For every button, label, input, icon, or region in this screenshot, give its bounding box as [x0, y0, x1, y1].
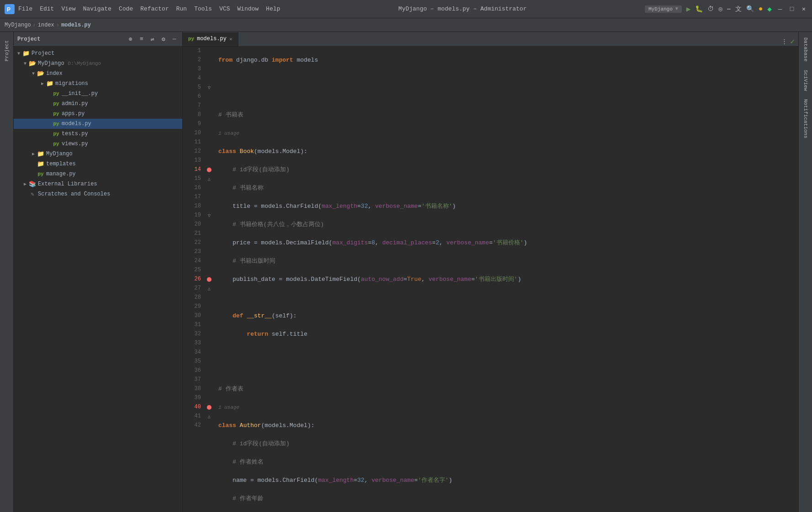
tree-external-libs[interactable]: ▶ 📚 External Libraries: [14, 179, 182, 189]
database-label[interactable]: Database: [801, 34, 810, 65]
run-config-selector[interactable]: MyDjango ▼: [645, 5, 682, 13]
main-layout: Project Project ⊕ ≡ ⇌ ⚙ — ▼ 📁 Project ▼: [0, 32, 812, 512]
scope-icon[interactable]: ⊕: [127, 35, 135, 43]
settings-icon[interactable]: ⚙: [159, 35, 168, 43]
coverage-button[interactable]: ◎: [718, 5, 722, 13]
ln-31: 31: [183, 321, 201, 330]
ln-30: 30: [183, 311, 201, 321]
maximize-button[interactable]: □: [788, 5, 796, 13]
fold-41[interactable]: △: [208, 414, 211, 419]
translate-icon[interactable]: 文: [735, 5, 742, 13]
ln-18: 18: [183, 202, 201, 211]
profile-button[interactable]: ⏱: [707, 5, 714, 13]
ln-33: 33: [183, 339, 201, 348]
tests-py-icon: py: [52, 131, 60, 137]
editor-area: py models.py ✕ ⋮ ✓ 1 2 3 4 5 6 7 8 9: [183, 32, 798, 512]
g26: [205, 275, 214, 284]
breakpoint-26[interactable]: [207, 277, 211, 282]
minimize-button[interactable]: —: [776, 5, 784, 13]
project-sidebar-tab: Project: [0, 32, 14, 512]
tree-views-py[interactable]: py views.py: [14, 139, 182, 149]
fold-15[interactable]: △: [208, 176, 211, 182]
project-toolbar: Project ⊕ ≡ ⇌ ⚙ —: [14, 32, 182, 47]
breadcrumb-models[interactable]: models.py: [61, 22, 91, 28]
tree-templates[interactable]: 📁 templates: [14, 159, 182, 169]
menu-window[interactable]: Window: [237, 5, 259, 12]
menu-vcs[interactable]: VCS: [219, 5, 230, 12]
tree-apps-py[interactable]: py apps.py: [14, 109, 182, 119]
ln-10: 10: [183, 129, 201, 138]
collapse-all-icon[interactable]: ≡: [137, 35, 146, 43]
tests-py-label: tests.py: [62, 131, 88, 137]
tree-project-root[interactable]: ▼ 📁 Project: [14, 48, 182, 58]
search-everywhere-icon[interactable]: 🔍: [746, 5, 754, 13]
tree-migrations[interactable]: ▶ 📁 migrations: [14, 79, 182, 89]
breadcrumb-mydjango[interactable]: MyDjango: [5, 22, 31, 28]
ln-5: 5: [183, 83, 201, 92]
breakpoint-14[interactable]: [207, 168, 211, 172]
g31: [205, 321, 214, 330]
fold-27[interactable]: △: [208, 286, 211, 291]
migrations-icon: 📁: [46, 80, 54, 87]
g9: [205, 120, 214, 129]
g27: △: [205, 284, 214, 293]
menu-refactor[interactable]: Refactor: [140, 5, 169, 12]
tree-tests-py[interactable]: py tests.py: [14, 129, 182, 139]
project-panel-title: Project: [17, 36, 40, 42]
tab-close-button[interactable]: ✕: [229, 36, 232, 42]
ln-4: 4: [183, 74, 201, 83]
code-line-12: publish_date = models.DateTimeField(auto…: [218, 275, 794, 284]
tree-init-py[interactable]: py __init__.py: [14, 89, 182, 99]
menu-edit[interactable]: Edit: [40, 5, 54, 12]
svg-text:P: P: [7, 6, 11, 13]
code-editor[interactable]: from django.db import models # 书籍表 1 usa…: [214, 47, 798, 512]
models-py-label: models.py: [62, 121, 91, 127]
more-run-options[interactable]: ⋯: [727, 5, 731, 13]
menu-code[interactable]: Code: [119, 5, 133, 12]
ln-14: 14: [183, 165, 201, 174]
g14: [205, 165, 214, 174]
project-toolbar-icons: ⊕ ≡ ⇌ ⚙ —: [127, 35, 179, 43]
sciview-label[interactable]: SciView: [801, 66, 810, 95]
fold-5[interactable]: ▽: [208, 85, 211, 90]
g22: [205, 238, 214, 248]
ln-6: 6: [183, 92, 201, 101]
tree-mydjango-root[interactable]: ▼ 📂 MyDjango D:\MyDjango: [14, 58, 182, 69]
avatar-icon[interactable]: ●: [759, 5, 763, 13]
tree-mydjango-sub[interactable]: ▶ 📁 MyDjango: [14, 149, 182, 159]
breakpoint-40[interactable]: [207, 405, 211, 410]
code-line-11: # 书籍出版时间: [218, 257, 794, 266]
tree-admin-py[interactable]: py admin.py: [14, 99, 182, 109]
menu-help[interactable]: Help: [266, 5, 280, 12]
line-numbers: 1 2 3 4 5 6 7 8 9 10 11 12 13 14 15 16 1…: [183, 47, 205, 512]
ln-29: 29: [183, 302, 201, 311]
project-panel: Project ⊕ ≡ ⇌ ⚙ — ▼ 📁 Project ▼ 📂 MyDjan…: [14, 32, 183, 512]
ln-42: 42: [183, 421, 201, 430]
status-icon[interactable]: ◆: [767, 5, 772, 14]
g16: [205, 184, 214, 193]
tab-models-py[interactable]: py models.py ✕: [183, 32, 238, 46]
debug-button[interactable]: 🐛: [695, 5, 703, 13]
g20: [205, 220, 214, 229]
run-button[interactable]: ▶: [686, 5, 691, 14]
fold-19[interactable]: ▽: [208, 213, 211, 218]
menu-navigate[interactable]: Navigate: [83, 5, 111, 12]
menu-view[interactable]: View: [61, 5, 75, 12]
menu-run[interactable]: Run: [176, 5, 187, 12]
more-tabs-icon[interactable]: ⋮: [781, 38, 787, 45]
close-button[interactable]: ✕: [800, 5, 807, 13]
g12: [205, 147, 214, 156]
code-line-14: def __str__(self):: [218, 311, 794, 321]
tree-scratches[interactable]: ✎ Scratches and Consoles: [14, 189, 182, 199]
notifications-label[interactable]: Notifications: [801, 95, 810, 142]
minimize-panel-icon[interactable]: —: [170, 35, 179, 43]
tree-index-folder[interactable]: ▼ 📂 index: [14, 69, 182, 79]
menu-file[interactable]: File: [18, 5, 32, 12]
project-tab-label[interactable]: Project: [2, 37, 11, 65]
breadcrumb-index[interactable]: index: [38, 22, 54, 28]
tree-manage-py[interactable]: py manage.py: [14, 169, 182, 179]
expand-icon[interactable]: ⇌: [148, 35, 157, 43]
menu-tools[interactable]: Tools: [194, 5, 212, 12]
titlebar-left: P File Edit View Navigate Code Refactor …: [5, 4, 280, 14]
tree-models-py[interactable]: py models.py: [14, 119, 182, 129]
